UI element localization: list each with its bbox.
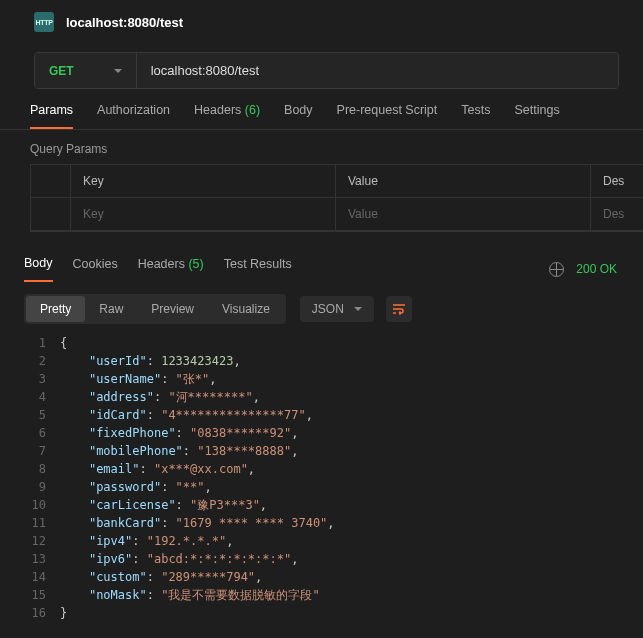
status-code: 200 OK (576, 262, 617, 276)
key-input[interactable] (83, 207, 323, 221)
rtab-headers[interactable]: Headers (5) (138, 257, 204, 281)
rtab-test-results[interactable]: Test Results (224, 257, 292, 281)
url-input[interactable] (137, 53, 618, 88)
tab-headers-label: Headers (194, 103, 241, 117)
response-tabs: Body Cookies Headers (5) Test Results 20… (0, 232, 643, 282)
globe-icon[interactable] (549, 262, 564, 277)
desc-header: Des (591, 165, 643, 197)
tab-prerequest[interactable]: Pre-request Script (337, 103, 438, 129)
view-visualize[interactable]: Visualize (208, 296, 284, 322)
view-preview[interactable]: Preview (137, 296, 208, 322)
tab-body[interactable]: Body (284, 103, 313, 129)
query-params-table: Key Value Des (30, 164, 643, 232)
request-tabs: Params Authorization Headers (6) Body Pr… (0, 89, 643, 130)
view-raw[interactable]: Raw (85, 296, 137, 322)
http-icon: HTTP (34, 12, 54, 32)
tab-headers-count: (6) (245, 103, 260, 117)
tab-authorization[interactable]: Authorization (97, 103, 170, 129)
view-controls: Pretty Raw Preview Visualize JSON (0, 282, 643, 334)
value-header: Value (336, 165, 591, 197)
table-row (31, 198, 643, 231)
tab-settings[interactable]: Settings (514, 103, 559, 129)
table-header: Key Value Des (31, 165, 643, 198)
wrap-button[interactable] (386, 296, 412, 322)
rtab-body[interactable]: Body (24, 256, 53, 282)
desc-input[interactable] (603, 207, 631, 221)
row-checkbox[interactable] (31, 198, 71, 230)
request-row: GET (34, 52, 619, 89)
view-mode-group: Pretty Raw Preview Visualize (24, 294, 286, 324)
format-select[interactable]: JSON (300, 296, 374, 322)
checkbox-header (31, 165, 71, 197)
chevron-down-icon (114, 69, 122, 73)
tab-params[interactable]: Params (30, 103, 73, 129)
view-pretty[interactable]: Pretty (26, 296, 85, 322)
chevron-down-icon (354, 307, 362, 311)
request-tab-title[interactable]: localhost:8080/test (66, 15, 183, 30)
format-label: JSON (312, 302, 344, 316)
tab-headers[interactable]: Headers (6) (194, 103, 260, 129)
value-input[interactable] (348, 207, 578, 221)
rtab-headers-label: Headers (138, 257, 185, 271)
query-params-title: Query Params (0, 130, 643, 164)
method-label: GET (49, 64, 74, 78)
key-header: Key (71, 165, 336, 197)
method-select[interactable]: GET (35, 53, 137, 88)
rtab-cookies[interactable]: Cookies (73, 257, 118, 281)
rtab-headers-count: (5) (188, 257, 203, 271)
tab-tests[interactable]: Tests (461, 103, 490, 129)
response-body[interactable]: 1{2 "userId": 1233423423,3 "userName": "… (0, 334, 643, 622)
